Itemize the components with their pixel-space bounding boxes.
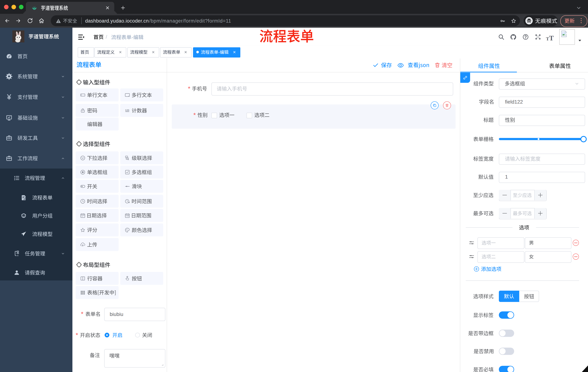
svg-text:123: 123 bbox=[125, 109, 129, 112]
